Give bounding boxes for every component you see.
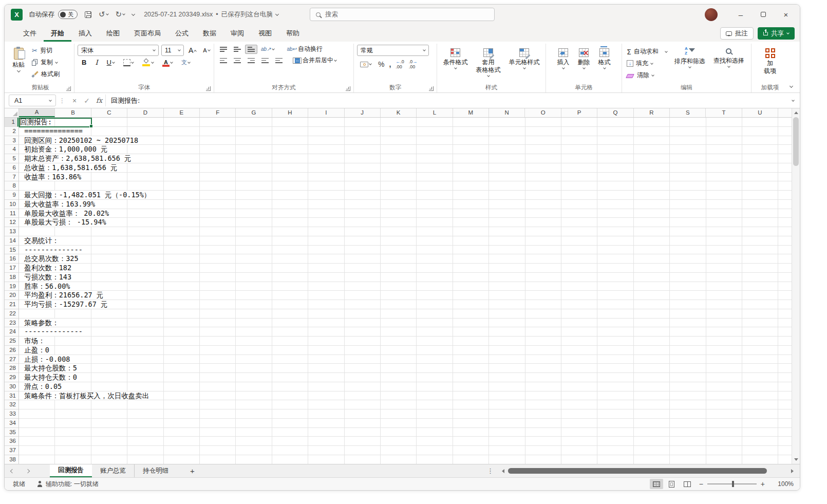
expand-formula-bar-chevron-icon[interactable] [786,93,800,108]
fill-button[interactable]: ↓ 填充 [625,58,669,69]
row-header-8[interactable]: 8 [5,181,18,191]
grid-row-1[interactable]: 回测报告: [19,118,792,127]
font-dialog-launcher[interactable] [206,86,211,91]
column-header-M[interactable]: M [453,108,489,117]
user-avatar[interactable] [705,8,718,21]
formula-bar-handle[interactable]: ⋮ [56,93,68,108]
align-middle-button[interactable] [231,45,243,54]
grid-row-7[interactable]: 收益率：163.86% [19,173,792,182]
copy-chevron-icon[interactable] [55,61,58,64]
cancel-entry-button[interactable]: × [68,93,81,108]
column-header-O[interactable]: O [525,108,561,117]
zoom-slider[interactable] [707,483,757,484]
confirm-entry-button[interactable]: ✓ [81,93,93,108]
grid-row-8[interactable] [19,181,792,191]
row-header-12[interactable]: 12 [5,218,18,227]
comma-style-button[interactable]: , [389,60,391,68]
grid-row-28[interactable]: 最大持仓股数：5 [19,364,792,373]
view-page-layout-button[interactable] [665,479,679,489]
row-header-38[interactable]: 38 [5,455,18,464]
search-input[interactable]: 搜索 [310,8,495,21]
align-top-button[interactable] [217,45,230,54]
ribbon-tab-页面布局[interactable]: 页面布局 [127,25,168,42]
fill-color-button[interactable] [140,59,156,66]
save-icon[interactable] [85,11,91,18]
paste-chevron-icon[interactable] [16,69,20,72]
borders-button[interactable] [121,59,136,66]
sort-filter-button[interactable]: AZ 排序和筛选 [672,45,708,70]
column-header-Q[interactable]: Q [597,108,633,117]
grid-row-36[interactable] [19,437,792,446]
zoom-slider-thumb[interactable] [732,481,734,487]
row-header-20[interactable]: 20 [5,291,18,300]
minimize-button[interactable]: – [732,7,749,22]
align-right-button[interactable] [245,56,257,65]
title-dropdown-chevron-icon[interactable] [275,12,279,15]
column-header-G[interactable]: G [236,108,272,117]
name-box-chevron-icon[interactable] [49,99,52,102]
row-header-13[interactable]: 13 [5,227,18,236]
percent-style-button[interactable]: % [378,60,384,68]
ribbon-tab-数据[interactable]: 数据 [196,25,223,42]
clear-button[interactable]: 清除 [625,69,669,81]
ribbon-tab-开始[interactable]: 开始 [44,25,71,42]
grid-row-34[interactable] [19,419,792,428]
row-header-21[interactable]: 21 [5,300,18,309]
cell-styles-button[interactable]: 单元格样式 [506,45,542,71]
addins-button[interactable]: 加 载项 [761,45,779,77]
select-all-corner[interactable] [5,108,19,118]
font-name-select[interactable]: 宋体 [78,45,159,56]
column-header-A[interactable]: A [19,108,55,117]
ribbon-tab-文件[interactable]: 文件 [16,25,44,42]
grid-row-4[interactable]: 初始资金：1,000,000 元 [19,145,792,154]
copy-button[interactable]: 复制 [30,57,61,68]
column-header-K[interactable]: K [381,108,417,117]
grid-row-12[interactable]: 单股最大亏损： -15.94% [19,218,792,227]
row-header-22[interactable]: 22 [5,309,18,319]
zoom-out-button[interactable]: − [695,480,707,488]
row-header-5[interactable]: 5 [5,154,18,163]
grid-row-11[interactable]: 单股最大收益率： 20.02% [19,209,792,218]
row-header-35[interactable]: 35 [5,428,18,437]
grid-row-30[interactable]: 滑点：0.05 [19,382,792,391]
decrease-indent-button[interactable] [259,56,271,65]
grid-row-13[interactable] [19,227,792,236]
column-header-T[interactable]: T [706,108,742,117]
row-header-23[interactable]: 23 [5,319,18,328]
bold-button[interactable]: B [80,59,88,66]
column-header-J[interactable]: J [345,108,381,117]
row-header-26[interactable]: 26 [5,346,18,355]
grid-row-10[interactable]: 最大收益率：163.99% [19,200,792,209]
conditional-formatting-button[interactable]: 条件格式 [441,45,471,71]
grid-row-5[interactable]: 期末总资产：2,638,581.656 元 [19,154,792,163]
view-normal-button[interactable] [650,479,663,489]
accessibility-status[interactable]: 辅助功能: 一切就绪 [46,480,99,489]
row-header-19[interactable]: 19 [5,282,18,291]
share-button[interactable]: 共享 [758,27,795,40]
scroll-right-arrow[interactable] [791,469,796,473]
name-box[interactable]: A1 [9,95,56,106]
grid-row-16[interactable]: 总交易次数：325 [19,254,792,264]
grid-row-29[interactable]: 最大持仓天数：0 [19,373,792,382]
align-left-button[interactable] [217,56,230,65]
close-button[interactable]: × [777,7,795,22]
row-header-1[interactable]: 1 [5,118,18,127]
row-header-18[interactable]: 18 [5,273,18,282]
ribbon-tab-插入[interactable]: 插入 [71,25,99,42]
row-header-3[interactable]: 3 [5,136,18,145]
row-header-2[interactable]: 2 [5,127,18,136]
format-as-table-button[interactable]: 套用 表格格式 [474,45,503,79]
ribbon-tab-审阅[interactable]: 审阅 [223,25,251,42]
cut-button[interactable]: ✂ 剪切 [30,45,61,57]
grow-font-button[interactable]: A [186,46,198,54]
column-header-E[interactable]: E [164,108,200,117]
formula-input[interactable]: 回测报告: [105,95,786,106]
row-header-33[interactable]: 33 [5,409,18,419]
grid-row-21[interactable]: 平均亏损：-15297.67 元 [19,300,792,309]
maximize-button[interactable] [755,7,772,22]
row-header-31[interactable]: 31 [5,391,18,401]
grid-row-27[interactable]: 止损：-0.008 [19,355,792,364]
insert-function-button[interactable]: fx [93,93,105,108]
grid-row-14[interactable]: 交易统计： [19,236,792,246]
grid-row-23[interactable]: 策略参数： [19,319,792,328]
